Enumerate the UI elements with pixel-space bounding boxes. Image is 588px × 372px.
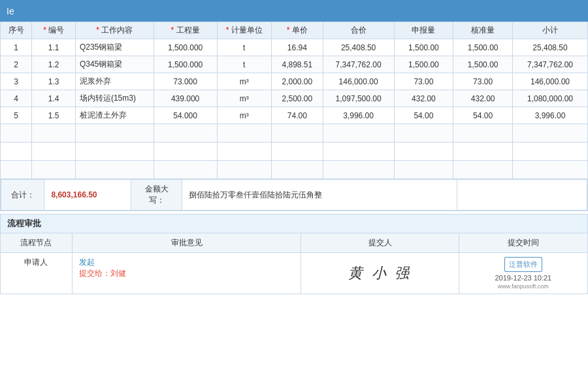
cell-amount: 7,347,762.00 (323, 56, 394, 73)
empty-cell (513, 124, 588, 143)
top-bar: Ie (0, 0, 588, 22)
empty-row (1, 143, 588, 161)
empty-cell (154, 161, 217, 179)
opinion-submit: 提交给：刘健 (79, 268, 295, 279)
empty-cell (453, 143, 513, 161)
table-header-row: 序号 * 编号 * 工作内容 * 工程量 * 计量单位 * 单价 合价 申报量 … (1, 22, 588, 39)
empty-cell (75, 161, 154, 179)
empty-cell (453, 161, 513, 179)
cell-content: Q235钢箱梁 (75, 39, 154, 56)
cell-unit: m³ (217, 107, 272, 124)
cell-amount: 146,000.00 (323, 73, 394, 90)
cell-price: 16.94 (272, 39, 323, 56)
empty-cell (513, 161, 588, 179)
cell-amount: 25,408.50 (323, 39, 394, 56)
cell-content: 场内转运(15m3) (75, 90, 154, 107)
col-header-seq: 序号 (1, 22, 32, 39)
cell-unit: t (217, 56, 272, 73)
empty-row (1, 124, 588, 143)
signature: 黄 小 强 (308, 257, 451, 290)
workflow-header-submitter: 提交人 (301, 233, 459, 253)
total-label: 合计： (1, 180, 44, 211)
empty-cell (394, 124, 453, 143)
empty-cell (154, 143, 217, 161)
cell-qty: 1,500.000 (154, 56, 217, 73)
cell-seq: 3 (1, 73, 32, 90)
table-row: 41.4场内转运(15m3)439.000m³2,500.001,097,500… (1, 90, 588, 107)
cell-subtotal: 25,408.50 (513, 39, 588, 56)
cell-content: 泥浆外弃 (75, 73, 154, 90)
empty-cell (453, 124, 513, 143)
col-header-qty: * 工程量 (154, 22, 217, 39)
empty-cell (394, 143, 453, 161)
cell-amount: 3,996.00 (323, 107, 394, 124)
col-header-approved: 核准量 (453, 22, 513, 39)
table-row: 31.3泥浆外弃73.000m³2,000.00146,000.0073.007… (1, 73, 588, 90)
watermark-logo: 泛普软件 (504, 257, 542, 272)
empty-cell (217, 124, 272, 143)
cell-subtotal: 7,347,762.00 (513, 56, 588, 73)
cell-approved: 54.00 (453, 107, 513, 124)
workflow-table: 流程节点 审批意见 提交人 提交时间 申请人发起提交给：刘健黄 小 强 泛普软件… (0, 233, 588, 294)
empty-cell (217, 161, 272, 179)
cell-approved: 73.00 (453, 73, 513, 90)
cell-price: 2,500.00 (272, 90, 323, 107)
cell-price: 74.00 (272, 107, 323, 124)
empty-cell (323, 143, 394, 161)
opinion-start: 发起 (79, 257, 295, 268)
summary-table: 合计： 8,603,166.50 金额大写： 捌佰陆拾万零叁仟壹佰陆拾陆元伍角整 (1, 179, 587, 211)
empty-cell (1, 124, 32, 143)
cell-declared: 1,500.00 (394, 39, 453, 56)
empty-cell (217, 143, 272, 161)
empty-cell (75, 143, 154, 161)
cell-unit: m³ (217, 90, 272, 107)
watermark-area: 泛普软件 2019-12-23 10:21 www.fanpusoft.com (466, 257, 581, 290)
amount-label: 金额大写： (131, 180, 182, 211)
empty-cell (272, 143, 323, 161)
cell-unit: m³ (217, 73, 272, 90)
cell-subtotal: 3,996.00 (513, 107, 588, 124)
cell-subtotal: 1,080,000.00 (513, 90, 588, 107)
empty-cell (272, 124, 323, 143)
workflow-header-row: 流程节点 审批意见 提交人 提交时间 (1, 233, 588, 253)
workflow-title: 流程审批 (0, 214, 588, 233)
cell-code: 1.1 (32, 39, 76, 56)
cell-qty: 1,500.000 (154, 39, 217, 56)
cell-code: 1.4 (32, 90, 76, 107)
col-header-amount: 合价 (323, 22, 394, 39)
empty-cell (272, 161, 323, 179)
col-header-content: * 工作内容 (75, 22, 154, 39)
empty-cell (394, 161, 453, 179)
workflow-header-opinion: 审批意见 (72, 233, 301, 253)
cell-qty: 54.000 (154, 107, 217, 124)
col-header-subtotal: 小计 (513, 22, 588, 39)
top-bar-title: Ie (7, 6, 14, 16)
workflow-row: 申请人发起提交给：刘健黄 小 强 泛普软件 2019-12-23 10:21 w… (1, 253, 588, 294)
workflow-header-node: 流程节点 (1, 233, 73, 253)
table-row: 51.5桩泥渣土外弃54.000m³74.003,996.0054.0054.0… (1, 107, 588, 124)
workflow-time-cell: 泛普软件 2019-12-23 10:21 www.fanpusoft.com (459, 253, 587, 294)
cell-approved: 432.00 (453, 90, 513, 107)
workflow-section: 流程审批 流程节点 审批意见 提交人 提交时间 申请人发起提交给：刘健黄 小 强… (0, 214, 588, 294)
summary-row: 合计： 8,603,166.50 金额大写： 捌佰陆拾万零叁仟壹佰陆拾陆元伍角整 (1, 180, 587, 211)
empty-cell (32, 161, 76, 179)
cell-seq: 4 (1, 90, 32, 107)
cell-declared: 54.00 (394, 107, 453, 124)
total-value: 8,603,166.50 (44, 180, 131, 211)
cell-qty: 439.000 (154, 90, 217, 107)
workflow-opinion-cell: 发起提交给：刘健 (72, 253, 301, 294)
workflow-signature-cell: 黄 小 强 (301, 253, 459, 294)
cell-declared: 1,500.00 (394, 56, 453, 73)
empty-cell (1, 161, 32, 179)
empty-cell (323, 161, 394, 179)
cell-code: 1.3 (32, 73, 76, 90)
cell-price: 2,000.00 (272, 73, 323, 90)
empty-cell (32, 143, 76, 161)
empty-cell (32, 124, 76, 143)
cell-subtotal: 146,000.00 (513, 73, 588, 90)
col-header-price: * 单价 (272, 22, 323, 39)
amount-value: 捌佰陆拾万零叁仟壹佰陆拾陆元伍角整 (182, 180, 457, 211)
summary-spacer (457, 180, 587, 211)
cell-amount: 1,097,500.00 (323, 90, 394, 107)
cell-price: 4,898.51 (272, 56, 323, 73)
